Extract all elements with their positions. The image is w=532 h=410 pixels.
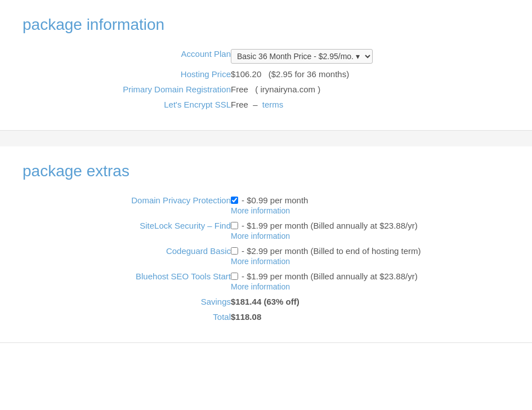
savings-value: $181.44 (63% off) [231,294,509,309]
package-extras-section: package extras Domain Privacy Protection… [0,146,532,343]
extra-value-0: - $0.99 per month More information [231,193,509,218]
primary-domain-detail: ( irynairyna.com ) [255,84,320,94]
extra-line-0: - $0.99 per month [231,195,509,205]
extra-label-3: Bluehost SEO Tools Start [23,269,231,294]
extra-checkbox-3[interactable] [231,273,238,280]
extra-label-1: SiteLock Security – Find [23,218,231,243]
ssl-label: Let's Encrypt SSL [23,97,231,112]
ssl-terms-link[interactable]: terms [262,100,284,109]
extra-row-0: Domain Privacy Protection - $0.99 per mo… [23,193,509,218]
extra-price-2: - $2.99 per month (Billed to end of host… [242,246,421,256]
extra-price-1: - $1.99 per month (Billed annually at $2… [242,221,418,230]
account-plan-label: Account Plan [23,46,231,66]
total-label: Total [23,309,231,324]
ssl-free: Free [231,100,248,109]
package-info-title: package information [23,16,509,34]
package-extras-title: package extras [23,162,509,180]
extra-value-2: - $2.99 per month (Billed to end of host… [231,243,509,269]
account-plan-row: Account Plan Basic 36 Month Price - $2.9… [23,46,509,66]
extra-row-2: Codeguard Basic - $2.99 per month (Bille… [23,243,509,269]
savings-label: Savings [23,294,231,309]
section-gap [0,131,532,146]
extra-checkbox-0[interactable] [231,197,238,204]
extra-more-info-0[interactable]: More information [231,206,509,215]
hosting-price-detail: ($2.95 for 36 months) [269,69,349,79]
package-extras-table: Domain Privacy Protection - $0.99 per mo… [23,193,509,324]
extra-line-3: - $1.99 per month (Billed annually at $2… [231,271,509,281]
extra-more-info-2[interactable]: More information [231,257,509,266]
hosting-price-value: $106.20 ($2.95 for 36 months) [231,66,509,82]
extra-row-3: Bluehost SEO Tools Start - $1.99 per mon… [23,269,509,294]
extra-row-1: SiteLock Security – Find - $1.99 per mon… [23,218,509,243]
savings-row: Savings $181.44 (63% off) [23,294,509,309]
extra-label-0: Domain Privacy Protection [23,193,231,218]
extra-checkbox-2[interactable] [231,247,238,255]
primary-domain-label: Primary Domain Registration [23,82,231,97]
extra-more-info-3[interactable]: More information [231,282,509,291]
hosting-price-label: Hosting Price [23,66,231,82]
total-row: Total $118.08 [23,309,509,324]
hosting-price-row: Hosting Price $106.20 ($2.95 for 36 mont… [23,66,509,82]
primary-domain-free: Free [231,84,248,94]
extra-more-info-1[interactable]: More information [231,231,509,240]
package-info-table: Account Plan Basic 36 Month Price - $2.9… [23,46,509,112]
extra-line-1: - $1.99 per month (Billed annually at $2… [231,221,509,230]
ssl-row: Let's Encrypt SSL Free – terms [23,97,509,112]
account-plan-select[interactable]: Basic 36 Month Price - $2.95/mo. ▾ Basic… [231,49,373,64]
total-value: $118.08 [231,309,509,324]
extra-value-1: - $1.99 per month (Billed annually at $2… [231,218,509,243]
extra-price-0: - $0.99 per month [242,195,308,205]
ssl-value: Free – terms [231,97,509,112]
extra-label-2: Codeguard Basic [23,243,231,269]
account-plan-value: Basic 36 Month Price - $2.95/mo. ▾ Basic… [231,46,509,66]
extra-line-2: - $2.99 per month (Billed to end of host… [231,246,509,256]
primary-domain-value: Free ( irynairyna.com ) [231,82,509,97]
extra-price-3: - $1.99 per month (Billed annually at $2… [242,271,418,281]
extra-checkbox-1[interactable] [231,222,238,229]
extra-value-3: - $1.99 per month (Billed annually at $2… [231,269,509,294]
package-info-section: package information Account Plan Basic 3… [0,0,532,131]
primary-domain-row: Primary Domain Registration Free ( iryna… [23,82,509,97]
hosting-price-amount: $106.20 [231,69,261,79]
